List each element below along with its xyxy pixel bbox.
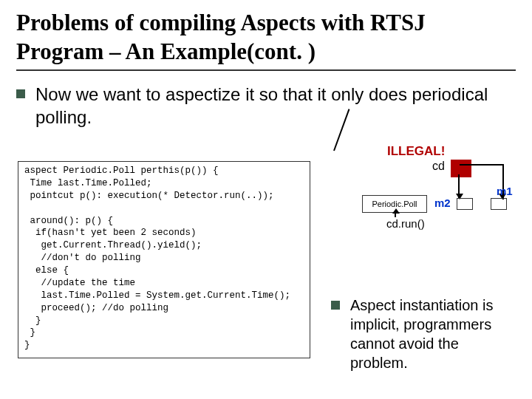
main-bullet: Now we want to aspectize it so that it o…: [16, 83, 516, 129]
m2-label: m2: [434, 197, 451, 209]
note-bullet: Aspect instantiation is implicit, progra…: [331, 296, 516, 372]
illegal-label: ILLEGAL!: [387, 144, 445, 159]
object-diagram: cd Periodic.Poll m2 m1 cd.run(): [331, 160, 523, 241]
m1-label: m1: [497, 185, 513, 197]
m1-box: [491, 198, 507, 210]
m2-box: [457, 198, 473, 210]
main-bullet-text: Now we want to aspectize it so that it o…: [35, 83, 516, 129]
code-block: aspect Periodic.Poll perthis(p()) { Time…: [18, 161, 310, 358]
bullet-square-icon: [331, 301, 340, 310]
bullet-square-icon: [16, 89, 25, 98]
note-text: Aspect instantiation is implicit, progra…: [350, 296, 516, 372]
cdrun-arrowhead: [392, 208, 400, 214]
cd-run-label: cd.run(): [386, 217, 425, 230]
slide-title: Problems of compiling Aspects with RTSJ …: [16, 9, 516, 66]
title-underline: [16, 69, 516, 71]
cd-label: cd: [432, 160, 445, 173]
